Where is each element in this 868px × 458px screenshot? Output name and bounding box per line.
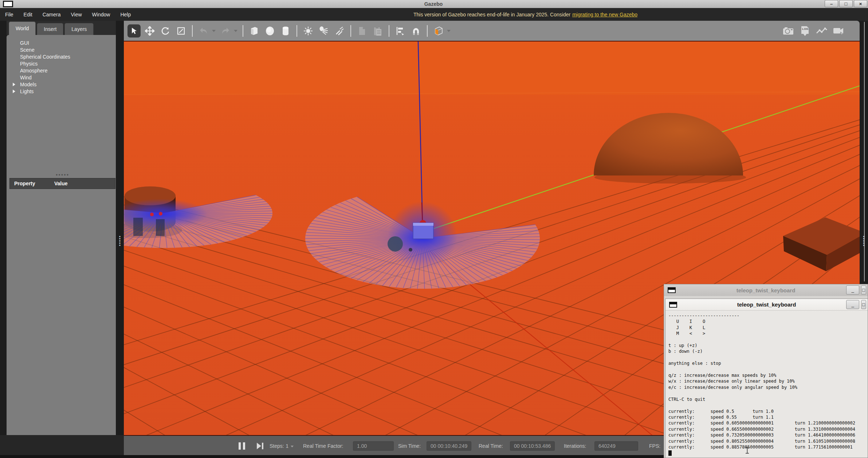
menu-camera[interactable]: Camera	[38, 8, 66, 21]
expand-arrow-icon[interactable]	[13, 83, 15, 86]
panel-splitter-handle[interactable]: ●●●●●	[7, 173, 118, 177]
spot-light-tool[interactable]	[317, 24, 330, 37]
left-panel-splitter[interactable]: ●●●●●	[116, 21, 124, 458]
tree-item-wind[interactable]: Wind	[7, 74, 118, 81]
log-record-button[interactable]: LOG	[798, 24, 812, 37]
steps-label: Steps:	[270, 443, 284, 449]
splitter-grip-dots[interactable]: ●●●●●	[119, 236, 121, 246]
real-time-label: Real Time:	[479, 443, 503, 449]
terminal-window-icon	[668, 287, 676, 293]
iterations-label: Iterations:	[564, 443, 586, 449]
step-button[interactable]	[257, 443, 263, 449]
world-tree: GUI Scene Spherical Coordinates Physics …	[7, 35, 118, 95]
tab-world[interactable]: World	[9, 21, 36, 35]
toolbar-separator	[243, 25, 243, 37]
screenshot-camera-button[interactable]	[782, 24, 795, 37]
tree-item-scene[interactable]: Scene	[7, 46, 118, 53]
undo-button[interactable]	[197, 24, 210, 37]
eol-migrate-link[interactable]: migrating to the new Gazebo	[572, 12, 637, 17]
real-time-field: 00 00:10:53.486	[510, 441, 555, 451]
property-table-header: Property Value	[9, 178, 115, 189]
eol-warning-banner: This version of Gazebo reaches end-of-li…	[413, 8, 637, 21]
view-angle-dropdown-caret[interactable]	[447, 30, 451, 32]
close-button[interactable]: ×	[854, 0, 867, 7]
directional-light-tool[interactable]	[333, 24, 346, 37]
view-angle-tool[interactable]	[432, 24, 445, 37]
point-light-tool[interactable]	[302, 24, 315, 37]
redo-button[interactable]	[219, 24, 232, 37]
undo-dropdown-caret[interactable]	[212, 30, 216, 32]
paste-button[interactable]	[371, 24, 384, 37]
menu-window[interactable]: Window	[87, 8, 115, 21]
add-box-tool[interactable]	[248, 24, 261, 37]
toolbar-separator	[427, 25, 428, 37]
terminal-window-icon	[669, 302, 677, 308]
add-cylinder-tool[interactable]	[279, 24, 292, 37]
tree-item-atmosphere[interactable]: Atmosphere	[7, 67, 118, 74]
plot-button[interactable]	[815, 24, 828, 37]
tree-item-gui[interactable]: GUI	[7, 39, 118, 46]
ibeam-mouse-cursor	[745, 447, 749, 454]
select-arrow-tool[interactable]	[127, 24, 141, 37]
minimize-button[interactable]: –	[825, 0, 838, 7]
value-column-header: Value	[54, 181, 68, 186]
tree-item-lights[interactable]: Lights	[7, 88, 118, 95]
maximize-button[interactable]: □	[839, 0, 853, 7]
scale-tool[interactable]	[174, 24, 188, 37]
tab-layers[interactable]: Layers	[64, 23, 94, 35]
gazebo-window: Gazebo – □ × File Edit Camera View Windo…	[0, 0, 868, 458]
terminal-front-title-bar[interactable]: teleop_twist_keyboard _ □	[665, 299, 868, 311]
splitter-grip-dots[interactable]: ●●●●●	[863, 236, 865, 246]
toolbar-separator	[296, 25, 297, 37]
title-bar[interactable]: Gazebo – □ ×	[0, 0, 868, 8]
menu-help[interactable]: Help	[115, 8, 136, 21]
property-column-header: Property	[10, 181, 54, 186]
copy-button[interactable]	[356, 24, 369, 37]
iterations-field: 640249	[594, 441, 638, 451]
snap-magnet-tool[interactable]	[409, 24, 423, 37]
redo-dropdown-caret[interactable]	[234, 30, 237, 32]
sim-time-field: 00 00:10:40.249	[427, 441, 471, 451]
terminal-maximize-button[interactable]: □	[861, 285, 866, 295]
terminal-minimize-button[interactable]: _	[846, 300, 859, 309]
video-record-button[interactable]	[832, 24, 845, 37]
tab-insert[interactable]: Insert	[37, 23, 63, 35]
app-window-icon	[3, 1, 13, 7]
terminal-back-title-bar[interactable]: teleop_twist_keyboard _ □	[664, 284, 868, 296]
add-sphere-tool[interactable]	[263, 24, 276, 37]
pause-button[interactable]	[239, 442, 245, 450]
fps-label: FPS:	[649, 443, 660, 449]
terminal-block-cursor	[668, 450, 672, 456]
align-tool[interactable]	[394, 24, 407, 37]
eol-warning-text: This version of Gazebo reaches end-of-li…	[413, 12, 570, 17]
terminal-window-front[interactable]: teleop_twist_keyboard _ □ --------------…	[665, 299, 868, 458]
ball	[388, 236, 403, 252]
rtf-label: Real Time Factor:	[303, 443, 343, 449]
steps-value: 1	[286, 443, 288, 449]
window-left-edge	[0, 21, 7, 458]
terminal-maximize-button[interactable]: □	[861, 300, 866, 309]
panel-tab-bar: World Insert Layers	[7, 21, 124, 35]
toolbar-separator	[350, 25, 351, 37]
small-dot	[409, 248, 412, 252]
window-title: Gazebo	[424, 1, 443, 7]
tree-item-models[interactable]: Models	[7, 81, 118, 88]
terminal-output[interactable]: --------------------------- U I O J K L …	[665, 311, 868, 458]
tree-item-physics[interactable]: Physics	[7, 60, 118, 67]
toolbar-separator	[389, 25, 389, 37]
main-toolbar: LOG	[124, 21, 860, 41]
terminal-minimize-button[interactable]: _	[846, 285, 859, 295]
menu-edit[interactable]: Edit	[19, 8, 38, 21]
steps-dropdown-caret[interactable]	[291, 446, 294, 447]
menu-file[interactable]: File	[0, 8, 19, 21]
menu-bar: File Edit Camera View Window Help This v…	[0, 8, 868, 21]
rtf-field: 1.00	[353, 441, 394, 451]
translate-tool[interactable]	[143, 24, 156, 37]
menu-view[interactable]: View	[66, 8, 87, 21]
rotate-tool[interactable]	[159, 24, 172, 37]
sim-time-label: Sim Time:	[398, 443, 421, 449]
tree-item-spherical-coordinates[interactable]: Spherical Coordinates	[7, 53, 118, 60]
world-panel: GUI Scene Spherical Coordinates Physics …	[7, 35, 118, 435]
expand-arrow-icon[interactable]	[13, 90, 15, 93]
lidar-robot-center	[413, 220, 433, 239]
